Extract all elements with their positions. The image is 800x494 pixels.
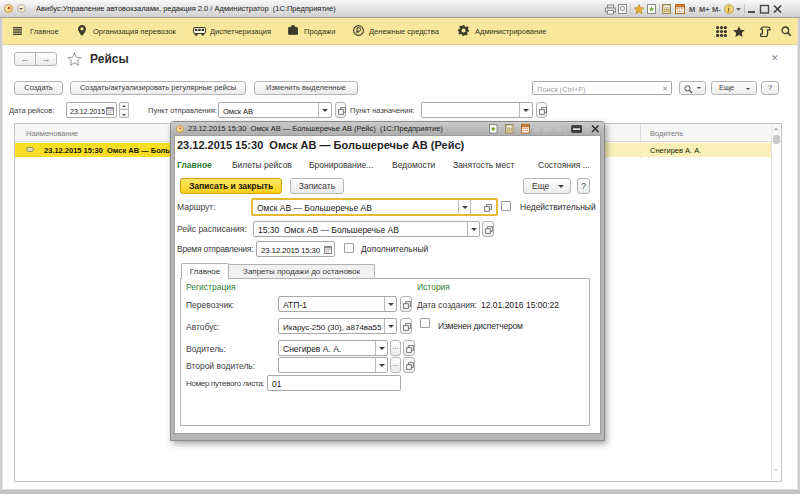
svg-text:M-: M- — [712, 5, 721, 14]
svg-text:M+: M+ — [699, 5, 710, 14]
svg-text:M+: M+ — [543, 126, 553, 133]
svg-text:M-: M- — [555, 126, 564, 133]
svg-text:M: M — [689, 5, 695, 14]
svg-text:M: M — [534, 126, 540, 133]
